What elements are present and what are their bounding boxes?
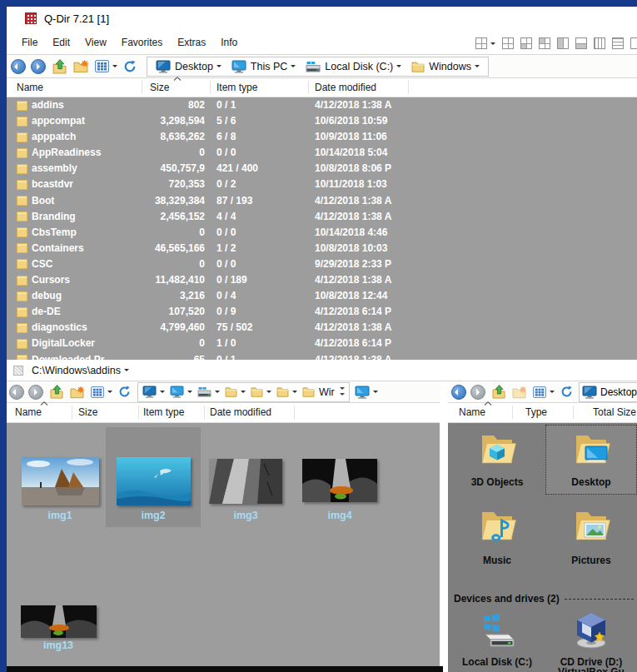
views-button[interactable] <box>533 386 555 398</box>
image-thumbnail-img4[interactable] <box>302 459 377 502</box>
file-row[interactable]: diagnostics4,799,46075 / 5024/12/2018 1:… <box>7 320 637 336</box>
toolbar-overflow-chevron[interactable] <box>340 386 345 398</box>
menu-file[interactable]: File <box>22 33 37 52</box>
forward-button[interactable] <box>28 385 43 400</box>
item-label[interactable]: Music <box>455 555 539 566</box>
column-name[interactable]: Name <box>15 406 42 418</box>
layout-two-pane-horizontal-icon[interactable] <box>575 37 587 49</box>
file-row[interactable]: addins8020 / 14/12/2018 1:38 A <box>7 97 637 113</box>
cd-drive-virtualbox-icon[interactable] <box>571 610 611 650</box>
favorite-this-pc[interactable] <box>170 386 192 398</box>
column-date-modified[interactable]: Date modified <box>315 82 376 93</box>
file-row[interactable]: apppatch8,636,2626 / 810/9/2018 11:06 <box>7 129 637 145</box>
pictures-folder-icon[interactable] <box>571 506 611 546</box>
file-row[interactable]: bcastdvr720,3530 / 210/11/2018 1:03 <box>7 177 637 192</box>
file-row[interactable]: DigitalLocker01 / 04/12/2018 6:14 P <box>7 336 637 351</box>
favorite-windows[interactable]: Windows <box>411 61 480 72</box>
back-button[interactable] <box>451 385 466 400</box>
back-button[interactable] <box>9 385 24 400</box>
column-date-modified[interactable]: Date modified <box>210 406 271 418</box>
refresh-button[interactable] <box>123 60 137 73</box>
address-path[interactable]: C:\Windows\addins <box>32 365 121 376</box>
up-button[interactable] <box>49 385 64 399</box>
thumbnail-label[interactable]: img1 <box>27 510 93 521</box>
file-row[interactable]: Boot38,329,38487 / 1934/12/2018 1:38 A <box>7 193 637 209</box>
item-label-second-line[interactable]: VirtualBox Gu <box>550 666 633 672</box>
column-name[interactable]: Name <box>459 406 485 418</box>
column-total-size[interactable]: Total Size <box>593 406 636 418</box>
file-row[interactable]: Containers46,565,1661 / 210/8/2018 10:03 <box>7 241 637 256</box>
desktop-folder-icon[interactable] <box>571 430 611 470</box>
menu-info[interactable]: Info <box>221 33 237 52</box>
item-label[interactable]: 3D Objects <box>455 476 539 488</box>
favorite-windows[interactable]: Wir <box>302 386 345 398</box>
views-button[interactable] <box>95 60 117 72</box>
column-item-type[interactable]: Item type <box>216 82 257 93</box>
image-thumbnail-img2[interactable] <box>117 457 191 505</box>
favorite-folder-3[interactable] <box>276 386 297 397</box>
layout-quad2-icon[interactable] <box>502 37 514 49</box>
file-row[interactable]: Downloaded Pr650 / 14/12/2018 1:38 A <box>7 352 637 361</box>
thumbnail-label[interactable]: img3 <box>212 510 279 521</box>
file-row[interactable]: appcompat3,298,5945 / 610/6/2018 10:59 <box>7 113 637 129</box>
address-dropdown-caret[interactable] <box>124 369 129 374</box>
menu-edit[interactable]: Edit <box>52 33 70 52</box>
layout-quad-icon[interactable] <box>475 37 487 49</box>
favorite-desktop[interactable]: Desktop <box>156 60 221 73</box>
back-button[interactable] <box>11 59 26 74</box>
views-caret[interactable] <box>112 65 117 70</box>
menu-favorites[interactable]: Favorites <box>122 33 162 52</box>
pane-splitter[interactable] <box>440 381 448 672</box>
layout-one-pane-icon[interactable] <box>630 37 637 49</box>
new-folder-button[interactable] <box>70 386 85 399</box>
favorite-folder-2[interactable] <box>251 386 271 397</box>
up-button[interactable] <box>491 385 506 399</box>
menu-extras[interactable]: Extras <box>177 33 206 52</box>
favorite-this-pc[interactable]: This PC <box>231 60 296 73</box>
item-label[interactable]: Desktop <box>550 476 633 488</box>
layout-three-pane-top-icon[interactable] <box>539 37 550 49</box>
pane-location-button[interactable] <box>355 386 378 399</box>
image-thumbnail-img1[interactable] <box>22 457 99 505</box>
music-folder-icon[interactable] <box>477 506 517 546</box>
layout-three-rows-icon[interactable] <box>612 37 624 49</box>
layout-two-pane-vertical-icon[interactable] <box>557 37 569 49</box>
thumbnail-label[interactable]: img13 <box>25 640 92 651</box>
thumbnail-label[interactable]: img4 <box>306 510 373 521</box>
item-label[interactable]: Local Disk (C:) <box>455 656 539 668</box>
refresh-button[interactable] <box>118 386 131 398</box>
up-button[interactable] <box>52 59 67 74</box>
layout-dropdown-caret[interactable] <box>490 42 495 47</box>
file-row[interactable]: de-DE107,5200 / 94/12/2018 6:14 P <box>7 304 637 320</box>
file-row[interactable]: Cursors11,482,4100 / 1894/12/2018 1:38 A <box>7 272 637 288</box>
column-size[interactable]: Size <box>78 406 97 418</box>
favorite-local-disk[interactable]: Local Disk (C:) <box>306 61 401 72</box>
forward-button[interactable] <box>31 59 46 74</box>
menu-view[interactable]: View <box>85 33 107 52</box>
item-label[interactable]: Pictures <box>550 555 633 566</box>
devices-and-drives-group[interactable]: Devices and drives (2) <box>454 593 634 605</box>
refresh-button[interactable] <box>560 386 573 398</box>
local-disk-icon[interactable] <box>477 610 517 650</box>
image-thumbnail-img3[interactable] <box>209 459 282 504</box>
column-size[interactable]: Size <box>150 82 169 93</box>
layout-three-pane-left-icon[interactable] <box>520 37 532 49</box>
image-thumbnail-img13[interactable] <box>21 605 97 638</box>
favorite-local-disk[interactable] <box>197 386 220 397</box>
column-type[interactable]: Type <box>525 406 547 418</box>
file-row[interactable]: debug3,2160 / 410/8/2018 12:44 <box>7 288 637 304</box>
file-row[interactable]: Branding2,456,1524 / 44/12/2018 1:38 A <box>7 209 637 225</box>
file-row[interactable]: CbsTemp00 / 010/14/2018 4:46 <box>7 225 637 241</box>
new-folder-button[interactable] <box>512 386 527 399</box>
file-row[interactable]: CSC00 / 09/29/2018 2:33 P <box>7 256 637 272</box>
favorite-folder-1[interactable] <box>225 386 246 397</box>
file-row[interactable]: AppReadiness00 / 010/14/2018 5:04 <box>7 145 637 161</box>
forward-button[interactable] <box>470 385 485 400</box>
address-bar[interactable]: C:\Windows\addins <box>7 360 637 381</box>
3d-objects-icon[interactable] <box>477 430 517 470</box>
new-folder-button[interactable] <box>73 59 89 73</box>
title-bar[interactable]: Q-Dir 7.21 [1] <box>7 7 637 30</box>
layout-three-columns-icon[interactable] <box>594 37 605 49</box>
column-name[interactable]: Name <box>17 82 43 93</box>
thumbnail-label[interactable]: img2 <box>120 510 187 521</box>
